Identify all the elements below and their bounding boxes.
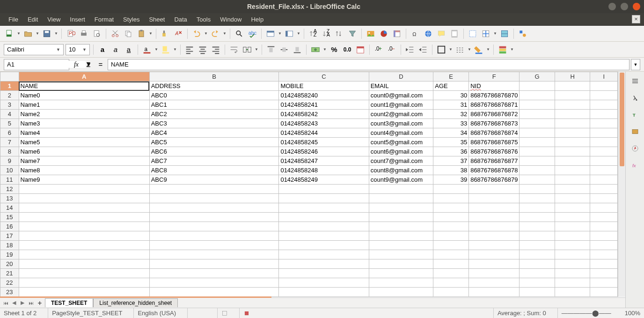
cell-G14[interactable] xyxy=(520,203,555,213)
sidebar-settings-icon[interactable] xyxy=(629,74,642,88)
find-replace-button[interactable] xyxy=(234,28,245,39)
cell-I22[interactable] xyxy=(590,278,618,288)
cell-F15[interactable] xyxy=(469,213,520,222)
sidebar-functions-icon[interactable]: fx xyxy=(629,159,642,172)
cell-I14[interactable] xyxy=(590,203,618,213)
cell-C22[interactable] xyxy=(279,278,369,288)
menu-format[interactable]: Format xyxy=(90,14,118,25)
cell-I10[interactable] xyxy=(590,166,618,175)
cell-D13[interactable] xyxy=(369,194,433,203)
cell-H9[interactable] xyxy=(555,156,590,166)
cell-F13[interactable] xyxy=(469,194,520,203)
document-close-button[interactable]: × xyxy=(632,15,640,23)
clone-formatting-button[interactable] xyxy=(160,28,171,39)
cell-H10[interactable] xyxy=(555,166,590,175)
menu-edit[interactable]: Edit xyxy=(23,14,43,25)
cell-H3[interactable] xyxy=(555,100,590,110)
cell-H5[interactable] xyxy=(555,119,590,128)
align-right-button[interactable] xyxy=(210,44,221,55)
cell-B20[interactable] xyxy=(149,259,279,269)
cell-B13[interactable] xyxy=(149,194,279,203)
row-header-6[interactable]: 6 xyxy=(0,128,19,138)
cell-D23[interactable] xyxy=(369,288,433,297)
cell-B17[interactable] xyxy=(149,231,279,241)
cell-A23[interactable] xyxy=(19,288,149,297)
menu-tools[interactable]: Tools xyxy=(192,14,215,25)
cell-F9[interactable]: 86876786876877 xyxy=(469,156,520,166)
cell-H19[interactable] xyxy=(555,250,590,259)
cell-H2[interactable] xyxy=(555,91,590,100)
cell-D3[interactable]: count1@gmail.com xyxy=(369,100,433,110)
row-header-2[interactable]: 2 xyxy=(0,91,19,100)
cell-I1[interactable] xyxy=(590,81,618,91)
align-left-button[interactable] xyxy=(184,44,195,55)
column-header-C[interactable]: C xyxy=(279,72,369,81)
cell-C9[interactable]: 01424858247 xyxy=(279,156,369,166)
font-size-input[interactable] xyxy=(69,46,80,53)
open-dropdown[interactable]: ▼ xyxy=(36,31,39,36)
font-size-combo[interactable]: ▼ xyxy=(66,44,90,55)
cell-B2[interactable]: ABC0 xyxy=(149,91,279,100)
cell-C21[interactable] xyxy=(279,269,369,278)
row-header-11[interactable]: 11 xyxy=(0,175,19,185)
cell-reference-box[interactable]: ▼ xyxy=(4,59,69,70)
formula-input[interactable] xyxy=(111,61,626,68)
bold-button[interactable]: a xyxy=(97,44,108,55)
cell-C15[interactable] xyxy=(279,213,369,222)
border-style-dropdown[interactable]: ▼ xyxy=(468,47,471,52)
cell-E7[interactable]: 35 xyxy=(433,138,469,147)
cell-G5[interactable] xyxy=(520,119,555,128)
cell-I13[interactable] xyxy=(590,194,618,203)
sheet-tab-TEST_SHEET[interactable]: TEST_SHEET xyxy=(45,298,93,307)
cell-A3[interactable]: Name1 xyxy=(19,100,149,110)
clear-formatting-button[interactable]: A xyxy=(173,28,184,39)
cell-E3[interactable]: 31 xyxy=(433,100,469,110)
cell-E1[interactable]: AGE xyxy=(433,81,469,91)
spellcheck-button[interactable]: abc xyxy=(247,28,258,39)
cell-B21[interactable] xyxy=(149,269,279,278)
sort-button[interactable] xyxy=(334,28,345,39)
status-zoom-value[interactable]: 100% xyxy=(625,310,640,317)
status-language[interactable]: English (USA) xyxy=(133,308,176,318)
cell-H6[interactable] xyxy=(555,128,590,138)
cell-D15[interactable] xyxy=(369,213,433,222)
conditional-dropdown[interactable]: ▼ xyxy=(510,47,514,52)
cell-H22[interactable] xyxy=(555,278,590,288)
cell-I6[interactable] xyxy=(590,128,618,138)
column-dropdown[interactable]: ▼ xyxy=(297,31,300,36)
row-header-17[interactable]: 17 xyxy=(0,231,19,241)
cell-E23[interactable] xyxy=(433,288,469,297)
align-middle-button[interactable] xyxy=(278,44,290,55)
cell-C10[interactable]: 01424858248 xyxy=(279,166,369,175)
formula-equals-button[interactable]: = xyxy=(95,59,106,70)
row-header-19[interactable]: 19 xyxy=(0,250,19,259)
cell-F18[interactable] xyxy=(469,241,520,250)
cell-A1[interactable]: NAME xyxy=(19,81,149,91)
window-maximize-button[interactable] xyxy=(621,3,628,10)
special-char-button[interactable]: Ω xyxy=(410,28,421,39)
status-calc-summary[interactable]: Average: ; Sum: 0 xyxy=(493,308,546,318)
cell-D18[interactable] xyxy=(369,241,433,250)
cell-G20[interactable] xyxy=(520,259,555,269)
cell-G3[interactable] xyxy=(520,100,555,110)
cell-H17[interactable] xyxy=(555,231,590,241)
row-header-12[interactable]: 12 xyxy=(0,185,19,194)
sidebar-styles-icon[interactable]: T xyxy=(629,108,642,121)
cell-I8[interactable] xyxy=(590,147,618,156)
cell-D9[interactable]: count7@gmail.com xyxy=(369,156,433,166)
cell-F12[interactable] xyxy=(469,185,520,194)
cell-I11[interactable] xyxy=(590,175,618,185)
bg-color-dropdown[interactable]: ▼ xyxy=(486,47,490,52)
cell-E2[interactable]: 30 xyxy=(433,91,469,100)
cell-E15[interactable] xyxy=(433,213,469,222)
cell-E5[interactable]: 33 xyxy=(433,119,469,128)
cell-D10[interactable]: count8@gmail.com xyxy=(369,166,433,175)
borders-button[interactable] xyxy=(436,44,447,55)
cell-F17[interactable] xyxy=(469,231,520,241)
row-header-20[interactable]: 20 xyxy=(0,259,19,269)
cell-A12[interactable] xyxy=(19,185,149,194)
define-print-area-button[interactable] xyxy=(467,28,478,39)
align-center-button[interactable] xyxy=(197,44,208,55)
cell-F19[interactable] xyxy=(469,250,520,259)
row-header-5[interactable]: 5 xyxy=(0,119,19,128)
